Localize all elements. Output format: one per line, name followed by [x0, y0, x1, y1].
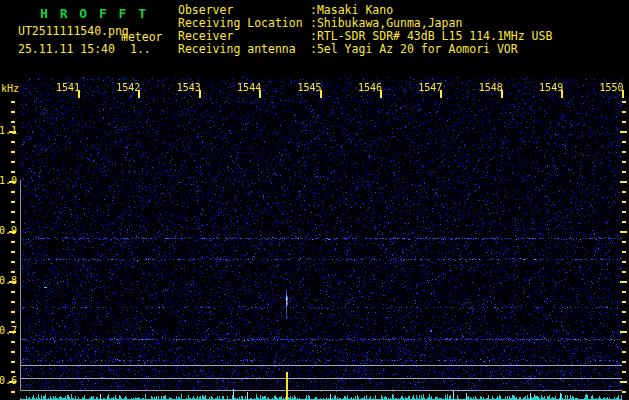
freq-axis-tick — [11, 351, 15, 353]
freq-axis-tick-right — [622, 361, 626, 363]
freq-axis-tick — [11, 391, 15, 393]
output-filename: UT2511111540.png — [18, 25, 129, 38]
freq-axis-tick-right — [622, 241, 626, 243]
time-axis-label: 1548 — [478, 82, 503, 94]
time-axis-label: 1545 — [297, 82, 322, 94]
time-axis-label: 1543 — [176, 82, 201, 94]
freq-axis-tick — [11, 371, 15, 373]
freq-axis-tick-right — [620, 131, 627, 133]
freq-axis-tick — [11, 321, 15, 323]
freq-axis-tick — [11, 161, 15, 163]
time-axis-label: 1541 — [55, 82, 80, 94]
freq-axis-tick — [11, 111, 15, 113]
info-value: :5el Yagi Az 20 for Aomori VOR — [310, 43, 518, 56]
freq-axis-tick-right — [622, 351, 626, 353]
freq-axis-tick-right — [620, 281, 627, 283]
time-axis-label: 1544 — [236, 82, 261, 94]
freq-axis-tick-right — [622, 171, 626, 173]
freq-axis-tick — [11, 301, 15, 303]
freq-axis-tick — [11, 291, 15, 293]
freq-axis-tick — [11, 211, 15, 213]
freq-axis-tick-right — [620, 381, 627, 383]
freq-axis-tick — [9, 381, 16, 383]
time-axis-label: 1547 — [417, 82, 442, 94]
freq-axis-tick-right — [622, 341, 626, 343]
time-axis-tick — [440, 90, 442, 98]
freq-axis-tick-right — [620, 181, 627, 183]
freq-axis-tick — [11, 261, 15, 263]
freq-axis-tick — [9, 131, 16, 133]
freq-axis-tick-right — [622, 321, 626, 323]
time-axis-tick — [380, 90, 382, 98]
freq-axis-tick-right — [622, 301, 626, 303]
freq-axis-tick — [11, 361, 15, 363]
spectrogram-canvas — [20, 77, 622, 400]
freq-axis-tick — [11, 341, 15, 343]
freq-axis-tick-right — [622, 141, 626, 143]
time-axis-tick — [78, 90, 80, 98]
progress-indicator: 1.. — [130, 43, 151, 56]
freq-axis-tick-right — [622, 291, 626, 293]
time-axis-label: 1550 — [599, 82, 624, 94]
freq-axis-tick-right — [622, 371, 626, 373]
hrofft-screen: H R O F F T UT2511111540.png meteor 25.1… — [0, 0, 629, 400]
freq-axis-tick-right — [622, 111, 626, 113]
time-axis-tick — [501, 90, 503, 98]
time-axis-tick — [199, 90, 201, 98]
freq-axis-tick-right — [622, 211, 626, 213]
freq-axis-tick — [11, 311, 15, 313]
freq-axis-unit: kHz — [1, 83, 19, 95]
time-axis-tick — [138, 90, 140, 98]
time-axis-tick — [259, 90, 261, 98]
freq-axis-tick — [11, 171, 15, 173]
freq-axis-tick-right — [620, 331, 627, 333]
freq-axis-tick-right — [622, 101, 626, 103]
freq-axis-tick — [11, 241, 15, 243]
time-axis-tick — [561, 90, 563, 98]
date-time-label: 25.11.11 15:40 — [18, 43, 115, 56]
freq-axis-tick — [11, 101, 15, 103]
time-axis-tick — [622, 90, 624, 98]
freq-axis-tick — [9, 231, 16, 233]
time-axis-label: 1542 — [115, 82, 140, 94]
time-axis-label: 1549 — [538, 82, 563, 94]
freq-axis-tick — [11, 251, 15, 253]
time-axis-tick — [320, 90, 322, 98]
freq-axis-tick — [9, 281, 16, 283]
freq-axis-tick-right — [622, 201, 626, 203]
freq-axis-tick-right — [622, 151, 626, 153]
app-title: H R O F F T — [40, 6, 148, 21]
freq-axis-tick-right — [622, 161, 626, 163]
freq-axis-tick-right — [622, 391, 626, 393]
freq-axis-tick-right — [622, 221, 626, 223]
freq-axis-tick — [11, 221, 15, 223]
freq-axis-tick-right — [622, 251, 626, 253]
freq-axis-tick — [11, 151, 15, 153]
freq-axis-tick — [9, 181, 16, 183]
freq-axis-tick-right — [622, 121, 626, 123]
freq-axis-tick — [9, 331, 16, 333]
freq-axis-tick-right — [622, 311, 626, 313]
freq-axis-tick — [11, 201, 15, 203]
freq-axis-tick — [11, 271, 15, 273]
time-axis-label: 1546 — [357, 82, 382, 94]
freq-axis-tick — [11, 141, 15, 143]
info-label: Receiving antenna — [178, 43, 296, 56]
freq-axis-tick-right — [622, 261, 626, 263]
freq-axis-tick — [11, 121, 15, 123]
freq-axis-tick-right — [622, 271, 626, 273]
freq-axis-tick-right — [622, 191, 626, 193]
freq-axis-tick — [11, 191, 15, 193]
freq-axis-tick-right — [620, 231, 627, 233]
